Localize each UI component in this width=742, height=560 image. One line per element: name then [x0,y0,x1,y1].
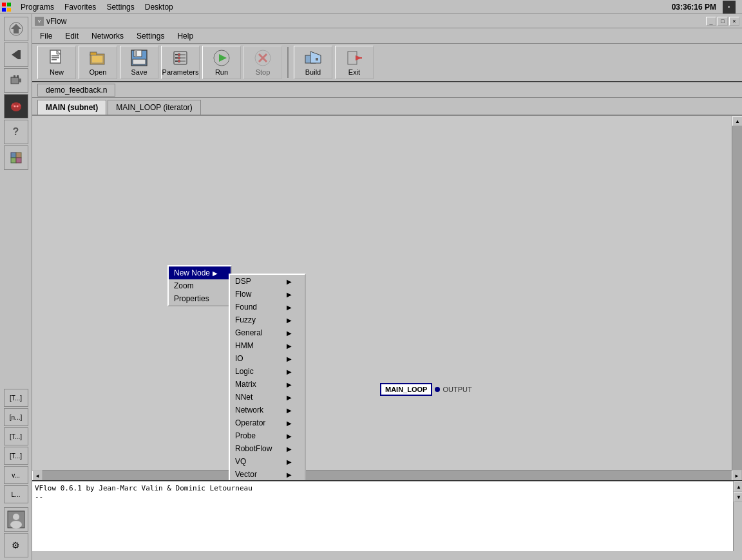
svg-rect-6 [14,29,19,33]
submenu-network[interactable]: Network ▶ [230,404,305,416]
vflow-window-icon: v [35,17,44,26]
svg-rect-9 [11,77,19,84]
desktop-menu[interactable]: Desktop [140,1,178,13]
toolbar-run[interactable]: Run [202,46,241,79]
toolbar-parameters[interactable]: Parameters [161,46,200,79]
sidebar-plugin[interactable] [4,68,28,93]
submenu-arrow-probe: ▶ [287,433,292,440]
sidebar-wolf[interactable] [4,94,28,118]
menu-settings[interactable]: Settings [131,30,169,42]
menu-file[interactable]: File [35,30,57,42]
scroll-up-button[interactable]: ▲ [732,116,742,126]
svg-rect-29 [52,59,57,61]
svg-point-16 [14,106,15,107]
toolbar-exit[interactable]: Exit [335,46,374,79]
submenu-arrow-dsp: ▶ [287,278,292,285]
context-menu-new-node[interactable]: New Node ▶ [169,266,231,279]
submenu-operator[interactable]: Operator ▶ [230,416,305,429]
submenu-matrix[interactable]: Matrix ▶ [230,378,305,391]
sidebar-small-6[interactable]: L... [4,485,28,503]
sidebar-small-1[interactable]: [T...] [4,389,28,407]
favorites-menu[interactable]: Favorites [59,1,101,13]
submenu-arrow-nnet: ▶ [287,394,292,401]
sidebar-bottom-avatar[interactable] [4,507,28,532]
scrollbar-vertical[interactable]: ▲ ▼ [732,116,742,480]
taskbar-top: Programs Favorites Settings Desktop 03:3… [0,0,742,14]
sidebar-small-4[interactable]: [T...] [4,447,28,465]
sidebar-small-5[interactable]: v... [4,466,28,484]
main-window: v vFlow _ □ × File Edit Networks Setting… [32,14,742,560]
sidebar-puzzle[interactable] [4,145,28,170]
menu-help[interactable]: Help [172,30,198,42]
maximize-button[interactable]: □ [718,17,728,26]
submenu-vector[interactable]: Vector ▶ [230,468,305,480]
sidebar-home[interactable] [4,17,28,41]
tab-main-loop[interactable]: MAIN_LOOP (iterator) [108,100,200,115]
toolbar-new[interactable]: New [37,46,76,79]
svg-rect-32 [91,55,103,63]
file-tab[interactable]: demo_feedback.n [37,84,115,97]
canvas: ▲ ▼ ◄ ► MAIN_LOOP OUTPUT [32,116,742,480]
toolbar-open[interactable]: Open [79,46,117,79]
save-icon [130,49,148,67]
toolbar-save[interactable]: Save [120,46,158,79]
toolbar-stop[interactable]: Stop [243,46,282,79]
submenu-fuzzy[interactable]: Fuzzy ▶ [230,313,305,326]
svg-rect-21 [16,158,21,163]
svg-rect-1 [7,3,11,6]
svg-point-24 [10,521,22,528]
svg-rect-27 [52,55,59,57]
submenu-arrow-vq: ▶ [287,458,292,465]
submenu-arrow-fuzzy: ▶ [287,317,292,324]
start-icon[interactable] [0,1,13,14]
status-scroll-up[interactable]: ▲ [734,481,742,492]
scrollbar-horizontal[interactable]: ◄ ► [32,470,742,480]
minimize-button[interactable]: _ [706,17,716,26]
sidebar-arrow[interactable] [4,42,28,67]
programs-menu[interactable]: Programs [15,1,59,13]
context-menu-properties[interactable]: Properties [169,292,231,305]
svg-rect-39 [180,54,186,55]
tab-main-subnet[interactable]: MAIN (subnet) [37,100,106,115]
svg-rect-35 [135,51,137,56]
submenu-hmm[interactable]: HMM ▶ [230,339,305,352]
svg-marker-53 [310,51,321,63]
submenu-arrow-new-node: ▶ [213,270,218,277]
submenu-found[interactable]: Found ▶ [230,301,305,313]
sidebar-small-3[interactable]: [T...] [4,427,28,445]
submenu-robotflow[interactable]: RobotFlow ▶ [230,442,305,455]
submenu-general[interactable]: General ▶ [230,326,305,339]
status-scroll-down[interactable]: ▼ [734,492,742,502]
submenu-logic[interactable]: Logic ▶ [230,365,305,378]
system-tray: ▪ [723,1,736,14]
scroll-right-button[interactable]: ► [732,471,742,480]
toolbar-build[interactable]: Build [294,46,332,79]
submenu-arrow-matrix: ▶ [287,381,292,388]
menu-networks[interactable]: Networks [86,30,129,42]
svg-rect-10 [19,79,21,82]
status-scrollbar[interactable]: ▲ ▼ [733,481,742,551]
toolbar: New Open Save [32,44,742,82]
status-line-1: VFlow 0.6.1 by Jean-Marc Valin & Dominic… [35,484,739,492]
submenu-probe[interactable]: Probe ▶ [230,429,305,442]
vflow-window-title: vFlow [46,17,706,26]
submenu-nnet[interactable]: NNet ▶ [230,391,305,404]
submenu-io[interactable]: IO ▶ [230,352,305,365]
sidebar-question[interactable]: ? [4,120,28,144]
submenu-node-types: DSP ▶ Flow ▶ Found ▶ Fuzzy ▶ General ▶ [229,274,306,480]
settings-menu[interactable]: Settings [101,1,139,13]
sidebar-bottom-settings[interactable]: ⚙ [4,533,28,557]
submenu-dsp[interactable]: DSP ▶ [230,275,305,288]
svg-rect-55 [348,51,357,64]
scroll-left-button[interactable]: ◄ [32,471,43,480]
menu-edit[interactable]: Edit [60,30,84,42]
sidebar-small-2[interactable]: [n...] [4,408,28,426]
context-menu-zoom[interactable]: Zoom [169,279,231,292]
submenu-vq[interactable]: VQ ▶ [230,455,305,468]
svg-rect-0 [2,3,6,6]
status-bar: VFlow 0.6.1 by Jean-Marc Valin & Dominic… [32,480,742,551]
submenu-flow[interactable]: Flow ▶ [230,288,305,301]
svg-rect-43 [180,61,186,62]
close-button[interactable]: × [729,17,739,26]
node-box[interactable]: MAIN_LOOP [380,383,432,396]
